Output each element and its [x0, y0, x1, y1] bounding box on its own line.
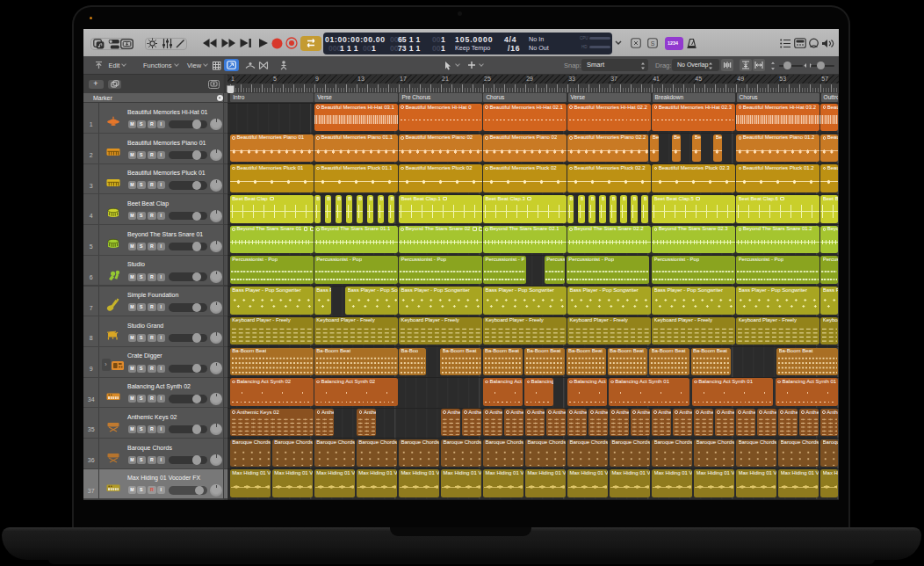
svg-text:S: S	[651, 40, 655, 47]
